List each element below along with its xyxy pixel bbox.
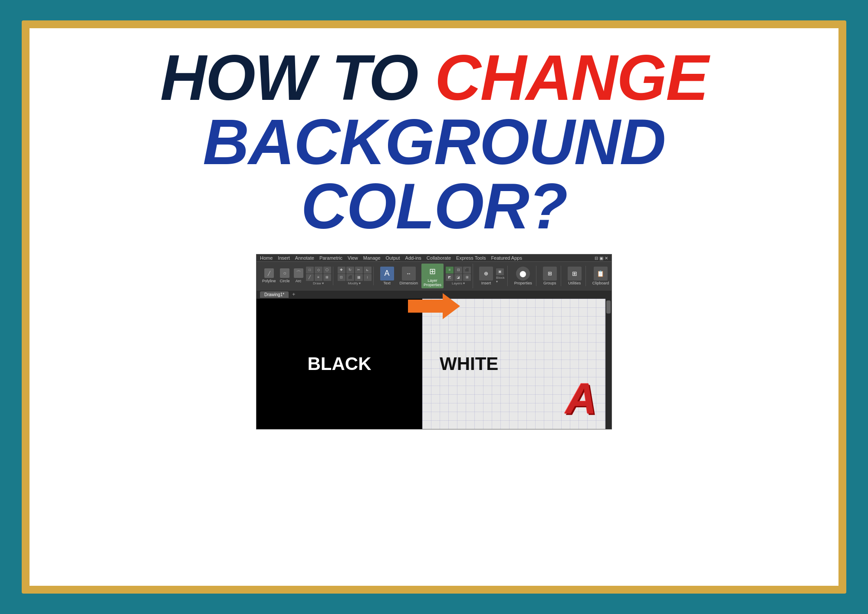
block-label: Block ▾ <box>496 276 506 284</box>
ribbon-btn-clipboard[interactable]: 📋 Clipboard <box>590 266 612 286</box>
draw-tool-5[interactable]: ≡ <box>315 274 322 281</box>
ribbon-properties-group: ⬤ Properties <box>510 266 536 286</box>
mod-tool-8[interactable]: ↕ <box>364 274 372 281</box>
ribbon-btn-polyline[interactable]: ╱ Polyline <box>261 267 277 284</box>
ann-tool-2[interactable]: ⊡ <box>454 267 462 274</box>
modify-label: Modify ▾ <box>338 281 372 285</box>
scrollbar-thumb[interactable] <box>606 300 611 314</box>
draw-label: Draw ▾ <box>306 281 331 285</box>
mod-tool-6[interactable]: ⬛ <box>346 274 354 281</box>
block-tool-1[interactable]: ▣ <box>496 268 504 275</box>
inner-card: HOW TO CHANGE BACKGROUND COLOR? Home Ins… <box>30 28 838 586</box>
ribbon-btn-text[interactable]: A Text <box>378 266 396 286</box>
mod-tool-5[interactable]: ⊡ <box>338 274 345 281</box>
draw-tool-4[interactable]: ╱ <box>306 274 314 281</box>
autocad-logo: A <box>566 377 597 420</box>
utilities-icon: ⊞ <box>568 267 582 281</box>
draw-tool-6[interactable]: ⊞ <box>323 274 331 281</box>
window-controls: ⊟ ▣ ✕ <box>595 256 608 261</box>
arrow-container <box>408 293 460 321</box>
menu-output[interactable]: Output <box>386 255 400 261</box>
ribbon: ╱ Polyline ○ Circle ⌒ Arc □ ◇ <box>256 261 612 290</box>
black-background-area: BLACK <box>256 299 422 429</box>
arc-icon: ⌒ <box>294 268 303 278</box>
circle-icon: ○ <box>280 268 289 278</box>
ribbon-draw-group: ╱ Polyline ○ Circle ⌒ Arc □ ◇ <box>259 267 333 285</box>
ribbon-block-group: ⊕ Insert ▣ Block ▾ <box>476 266 508 286</box>
drawing-tab[interactable]: Drawing1* <box>260 291 289 298</box>
title-how-to: HOW TO <box>160 42 435 113</box>
title-change: CHANGE <box>435 42 708 113</box>
menu-collaborate[interactable]: Collaborate <box>427 255 451 261</box>
properties-icon: ⬤ <box>516 267 530 281</box>
menu-home[interactable]: Home <box>260 255 273 261</box>
ribbon-btn-arc[interactable]: ⌒ Arc <box>293 267 305 284</box>
layer-properties-icon: ⊞ <box>426 264 440 278</box>
ann-tool-6[interactable]: ⊞ <box>463 274 471 281</box>
title-line2: BACKGROUND <box>203 110 665 174</box>
direction-arrow <box>408 293 460 319</box>
title-line3: COLOR? <box>301 174 567 238</box>
ribbon-clipboard-group: 📋 Clipboard <box>589 266 612 286</box>
black-label: BLACK <box>308 353 372 374</box>
text-icon: A <box>380 267 394 281</box>
outer-border: HOW TO CHANGE BACKGROUND COLOR? Home Ins… <box>22 20 846 594</box>
ann-tool-1[interactable]: ≡ <box>446 267 454 274</box>
ribbon-annotation-group: A Text ↔ Dimension ⊞ Layer Properties ≡ <box>376 264 473 288</box>
ribbon-btn-layer-properties[interactable]: ⊞ Layer Properties <box>421 264 444 288</box>
menu-addins[interactable]: Add-ins <box>405 255 421 261</box>
mod-tool-4[interactable]: ⊾ <box>364 267 372 274</box>
ann-tool-3[interactable]: ⬛ <box>463 267 471 274</box>
title-line1: HOW TO CHANGE <box>160 46 708 110</box>
svg-marker-0 <box>408 293 460 319</box>
menu-annotate[interactable]: Annotate <box>295 255 314 261</box>
draw-tool-3[interactable]: ⬡ <box>323 267 331 274</box>
white-label: WHITE <box>440 353 498 374</box>
ribbon-btn-utilities[interactable]: ⊞ Utilities <box>566 266 584 286</box>
menu-express[interactable]: Express Tools <box>456 255 486 261</box>
mod-tool-3[interactable]: ✂ <box>355 267 363 274</box>
add-tab-button[interactable]: + <box>292 291 295 297</box>
dimension-icon: ↔ <box>402 267 416 281</box>
menu-parametric[interactable]: Parametric <box>319 255 342 261</box>
drawing-area: BLACK WHITE A <box>256 299 612 429</box>
ann-tool-4[interactable]: ◩ <box>446 274 454 281</box>
draw-tool-1[interactable]: □ <box>306 267 314 274</box>
mod-tool-1[interactable]: ✚ <box>338 267 345 274</box>
ribbon-btn-circle[interactable]: ○ Circle <box>279 267 291 284</box>
polyline-icon: ╱ <box>264 268 274 278</box>
groups-icon: ⊞ <box>543 267 557 281</box>
menu-featured[interactable]: Featured Apps <box>491 255 522 261</box>
menu-bar: Home Insert Annotate Parametric View Man… <box>256 254 612 261</box>
layers-label: Layers ▾ <box>446 281 471 285</box>
ribbon-utilities-group: ⊞ Utilities <box>564 266 586 286</box>
clipboard-icon: 📋 <box>594 267 608 281</box>
ribbon-btn-dimension[interactable]: ↔ Dimension <box>398 266 421 286</box>
ribbon-modify-group: ✚ ↻ ✂ ⊾ ⊡ ⬛ ▦ ↕ Modify ▾ <box>336 267 374 285</box>
ribbon-btn-insert[interactable]: ⊕ Insert <box>477 266 495 286</box>
menu-insert[interactable]: Insert <box>278 255 290 261</box>
ribbon-groups-group: ⊞ Groups <box>539 266 561 286</box>
mod-tool-2[interactable]: ↻ <box>346 267 354 274</box>
mod-tool-7[interactable]: ▦ <box>355 274 363 281</box>
draw-tool-2[interactable]: ◇ <box>315 267 322 274</box>
scrollbar-right[interactable] <box>605 299 612 429</box>
insert-icon: ⊕ <box>479 267 493 281</box>
screenshot-container: Home Insert Annotate Parametric View Man… <box>256 254 612 429</box>
menu-manage[interactable]: Manage <box>363 255 381 261</box>
ann-tool-5[interactable]: ◪ <box>454 274 462 281</box>
ribbon-btn-properties[interactable]: ⬤ Properties <box>512 266 534 286</box>
ribbon-btn-groups[interactable]: ⊞ Groups <box>541 266 559 286</box>
menu-view[interactable]: View <box>348 255 358 261</box>
